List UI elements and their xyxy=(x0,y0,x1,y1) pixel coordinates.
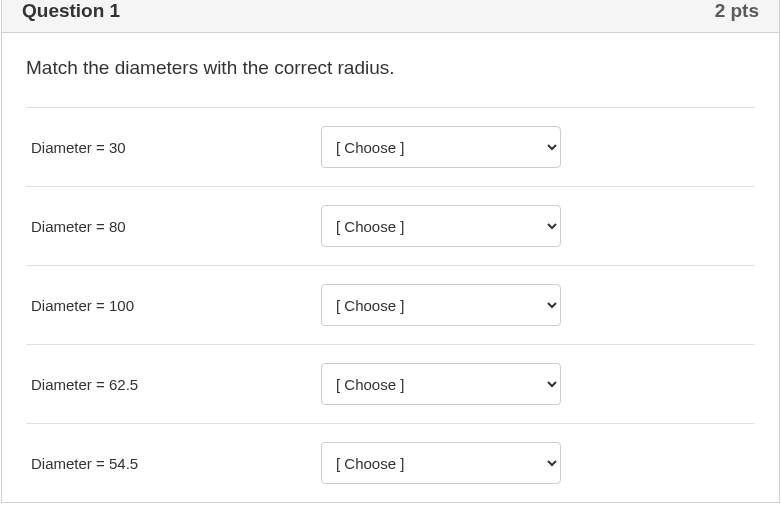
match-select-diameter-30[interactable]: [ Choose ] xyxy=(321,126,561,168)
match-label-diameter-80: Diameter = 80 xyxy=(31,218,321,235)
match-select-wrap: [ Choose ] xyxy=(321,284,561,326)
question-points: 2 pts xyxy=(715,0,759,22)
match-select-diameter-62-5[interactable]: [ Choose ] xyxy=(321,363,561,405)
match-select-wrap: [ Choose ] xyxy=(321,205,561,247)
question-container: Question 1 2 pts Match the diameters wit… xyxy=(1,0,780,503)
match-select-wrap: [ Choose ] xyxy=(321,126,561,168)
match-select-diameter-54-5[interactable]: [ Choose ] xyxy=(321,442,561,484)
match-select-wrap: [ Choose ] xyxy=(321,442,561,484)
match-label-diameter-30: Diameter = 30 xyxy=(31,139,321,156)
match-select-diameter-100[interactable]: [ Choose ] xyxy=(321,284,561,326)
match-label-diameter-54-5: Diameter = 54.5 xyxy=(31,455,321,472)
question-prompt: Match the diameters with the correct rad… xyxy=(26,57,755,79)
match-label-diameter-100: Diameter = 100 xyxy=(31,297,321,314)
match-select-wrap: [ Choose ] xyxy=(321,363,561,405)
match-select-diameter-80[interactable]: [ Choose ] xyxy=(321,205,561,247)
question-header: Question 1 2 pts xyxy=(2,0,779,33)
match-row: Diameter = 80 [ Choose ] xyxy=(26,186,755,265)
match-row: Diameter = 54.5 [ Choose ] xyxy=(26,423,755,502)
match-row: Diameter = 30 [ Choose ] xyxy=(26,107,755,186)
match-row: Diameter = 62.5 [ Choose ] xyxy=(26,344,755,423)
match-row: Diameter = 100 [ Choose ] xyxy=(26,265,755,344)
question-body: Match the diameters with the correct rad… xyxy=(2,33,779,502)
question-title: Question 1 xyxy=(22,0,120,22)
match-label-diameter-62-5: Diameter = 62.5 xyxy=(31,376,321,393)
match-rows: Diameter = 30 [ Choose ] Diameter = 80 [… xyxy=(26,107,755,502)
